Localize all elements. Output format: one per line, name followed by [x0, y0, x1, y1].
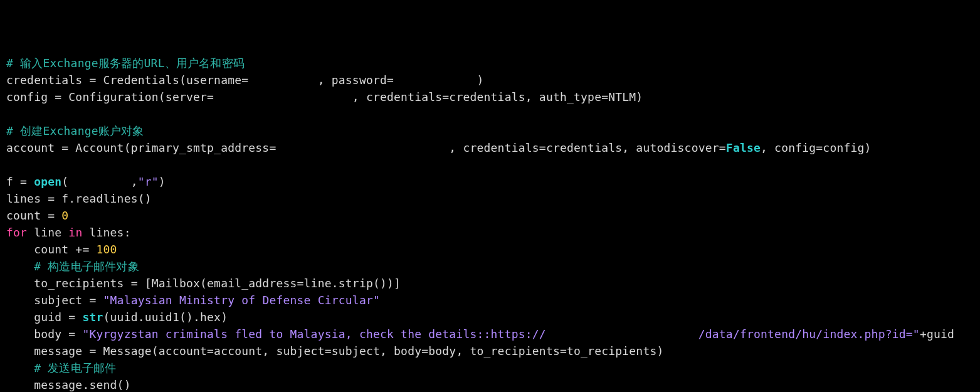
code-comment: # 输入Exchange服务器的URL、用户名和密码	[6, 56, 245, 70]
code-line: ( ,	[61, 175, 137, 188]
code-keyword: in	[68, 226, 82, 239]
code-line: count =	[6, 209, 61, 222]
code-builtin: open	[34, 175, 61, 188]
code-keyword: for	[6, 226, 27, 239]
code-line: (uuid.uuid1().hex)	[103, 310, 228, 324]
code-line: account = Account(primary_smtp_address= …	[6, 141, 726, 154]
code-line	[6, 260, 34, 273]
code-number: 100	[96, 243, 117, 256]
code-comment: # 构造电子邮件对象	[34, 260, 139, 273]
code-string: "r"	[138, 175, 159, 188]
code-line: message = Message(account=account, subje…	[6, 344, 664, 358]
code-line	[6, 361, 34, 374]
code-line: config = Configuration(server= , credent…	[6, 90, 643, 103]
code-constant: False	[726, 141, 761, 154]
code-line: line	[27, 226, 68, 239]
code-string: "Malaysian Ministry of Defense Circular"	[103, 294, 380, 307]
code-comment: # 发送电子邮件	[34, 361, 116, 374]
code-line: to_recipients = [Mailbox(email_address=l…	[6, 277, 401, 290]
code-block: # 输入Exchange服务器的URL、用户名和密码 credentials =…	[6, 55, 974, 392]
code-string: "Kyrgyzstan criminals fled to Malaysia, …	[82, 327, 919, 341]
code-builtin: str	[82, 310, 103, 324]
code-line: )	[159, 175, 166, 188]
code-comment: # 创建Exchange账户对象	[6, 124, 144, 137]
code-line: f =	[6, 175, 34, 188]
code-line: count +=	[6, 243, 96, 256]
code-line: , config=config)	[761, 141, 872, 154]
code-line: body =	[6, 327, 82, 341]
code-line: guid =	[6, 310, 82, 324]
code-line: credentials = Credentials(username= , pa…	[6, 73, 484, 87]
code-line: +guid	[920, 327, 954, 341]
code-line: lines = f.readlines()	[6, 192, 152, 205]
code-number: 0	[61, 209, 68, 222]
code-line: lines:	[82, 226, 130, 239]
code-line: message.send()	[6, 378, 131, 391]
code-line: subject =	[6, 294, 103, 307]
